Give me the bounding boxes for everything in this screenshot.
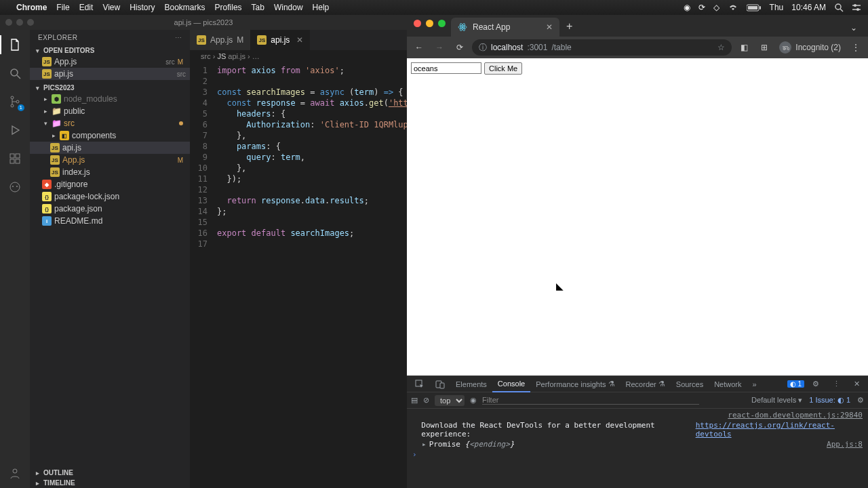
incognito-badge[interactable]: Incognito (2) <box>776 41 844 54</box>
menubar-day[interactable]: Thu <box>770 3 784 12</box>
battery-icon[interactable] <box>747 4 762 12</box>
vscode-titlebar[interactable]: api.js — pics2023 <box>0 15 407 30</box>
menu-help[interactable]: Help <box>313 3 330 12</box>
code-editor[interactable]: 1import axios from 'axios'; 2 3const sea… <box>190 62 407 488</box>
console-prompt-icon[interactable]: › <box>412 450 421 459</box>
beaker-icon: ⚗ <box>658 380 665 388</box>
console-output[interactable]: react-dom.development.js:29840 Download … <box>407 409 868 488</box>
tab-dropdown-icon[interactable]: ⌄ <box>844 19 864 37</box>
tab-app-js[interactable]: JSApp.jsM <box>190 30 250 50</box>
sync-icon[interactable]: ⟳ <box>698 3 705 12</box>
menu-file[interactable]: File <box>56 3 69 12</box>
control-center-icon[interactable] <box>852 3 861 12</box>
svg-point-11 <box>11 96 14 99</box>
log-levels-dropdown[interactable]: Default levels ▾ <box>751 396 802 405</box>
search-icon[interactable] <box>7 65 23 81</box>
screenrecord-icon[interactable]: ◉ <box>684 3 690 12</box>
tree-file-pkg-lock[interactable]: {}package-lock.json <box>30 190 190 203</box>
bluetooth-icon[interactable]: ◇ <box>713 3 719 12</box>
vscode-traffic-lights[interactable] <box>5 19 34 26</box>
spotlight-icon[interactable] <box>834 3 844 12</box>
tree-file-index[interactable]: JSindex.js <box>30 166 190 178</box>
explorer-icon[interactable] <box>7 37 23 53</box>
open-editor-item[interactable]: JS api.js src <box>30 68 190 80</box>
menu-view[interactable]: View <box>102 3 120 12</box>
chrome-traffic-lights[interactable] <box>411 20 451 33</box>
tree-file-gitignore[interactable]: ◆.gitignore <box>30 178 190 190</box>
menu-bookmarks[interactable]: Bookmarks <box>165 3 205 12</box>
address-bar[interactable]: ⓘ localhost:3001/table ☆ <box>472 39 732 56</box>
open-editors-header[interactable]: OPEN EDITORS <box>30 45 190 56</box>
source-control-icon[interactable]: 1 <box>7 94 23 110</box>
menu-window[interactable]: Window <box>274 3 303 12</box>
beaker-icon: ⚗ <box>608 380 615 388</box>
wifi-icon[interactable] <box>728 3 738 12</box>
extensions-icon[interactable] <box>7 150 23 167</box>
tree-folder-src[interactable]: src <box>30 117 190 129</box>
svg-rect-17 <box>16 159 20 163</box>
site-info-icon[interactable]: ⓘ <box>479 42 487 54</box>
close-tab-icon[interactable]: ✕ <box>546 22 553 32</box>
click-me-button[interactable]: Click Me <box>484 62 522 75</box>
tree-file-api[interactable]: JSapi.js <box>30 142 190 154</box>
search-input[interactable] <box>411 62 481 74</box>
copilot-icon[interactable] <box>7 179 23 195</box>
menu-edit[interactable]: Edit <box>79 3 94 12</box>
console-filter-input[interactable] <box>482 396 699 405</box>
menubar-app-name[interactable]: Chrome <box>16 3 47 12</box>
bookmark-star-icon[interactable]: ☆ <box>717 43 725 52</box>
devtools-menu-icon[interactable]: ⋮ <box>827 376 846 392</box>
devtools-tab-recorder[interactable]: Recorder ⚗ <box>620 376 671 392</box>
project-header[interactable]: PICS2023 <box>30 83 190 93</box>
open-editor-item[interactable]: JS App.js src M <box>30 56 190 68</box>
new-tab-button[interactable]: + <box>559 16 579 37</box>
console-settings-icon[interactable]: ⚙ <box>857 396 864 405</box>
tree-file-readme[interactable]: iREADME.md <box>30 215 190 227</box>
forward-button[interactable]: → <box>431 39 448 56</box>
chrome-menu-icon[interactable]: ⋮ <box>848 39 864 56</box>
menubar-time[interactable]: 10:46 AM <box>791 3 826 12</box>
tree-file-pkg[interactable]: {}package.json <box>30 203 190 215</box>
devtools-tab-perf[interactable]: Performance insights ⚗ <box>530 376 620 392</box>
inspect-element-icon[interactable] <box>410 376 430 392</box>
live-expression-icon[interactable]: ◉ <box>470 392 477 409</box>
devtools-tab-console[interactable]: Console <box>492 376 530 392</box>
vscode-window: api.js — pics2023 1 EXPLORER ⋯ OPEN ED <box>0 15 407 488</box>
devtools-tab-network[interactable]: Network <box>709 376 747 392</box>
browser-tab[interactable]: React App ✕ <box>451 18 559 37</box>
outline-header[interactable]: OUTLINE <box>30 468 190 478</box>
extensions-puzzle-icon[interactable]: ⊞ <box>756 39 772 56</box>
device-toggle-icon[interactable] <box>430 376 450 392</box>
devtools-settings-icon[interactable]: ⚙ <box>807 376 825 392</box>
devtools-tab-sources[interactable]: Sources <box>671 376 709 392</box>
side-panel-icon[interactable]: ◧ <box>736 39 752 56</box>
tree-folder-public[interactable]: public <box>30 105 190 117</box>
reload-button[interactable]: ⟳ <box>452 39 468 56</box>
devtools-close-icon[interactable]: ✕ <box>848 376 865 392</box>
tree-file-app[interactable]: JSApp.jsM <box>30 154 190 166</box>
tree-folder-node-modules[interactable]: ⬢node_modules <box>30 93 190 105</box>
accounts-icon[interactable] <box>7 465 23 481</box>
log-source-link[interactable]: App.js:8 <box>827 440 863 449</box>
timeline-header[interactable]: TIMELINE <box>30 478 190 488</box>
tab-api-js[interactable]: JSapi.js✕ <box>250 30 310 50</box>
close-tab-icon[interactable]: ✕ <box>294 35 303 45</box>
tree-folder-components[interactable]: ◧components <box>30 129 190 142</box>
devtools-more-tabs-icon[interactable]: » <box>747 376 762 392</box>
run-debug-icon[interactable] <box>7 122 23 138</box>
issues-link[interactable]: 1 Issue: ◐ 1 <box>809 396 850 405</box>
devtools-tab-elements[interactable]: Elements <box>450 376 492 392</box>
context-selector[interactable]: top <box>435 395 465 406</box>
error-count-badge[interactable]: ◐ 1 <box>787 380 804 388</box>
breadcrumbs[interactable]: src › JS api.js › … <box>190 50 407 62</box>
expand-object-icon[interactable]: ▸ <box>422 440 429 449</box>
devtools-link[interactable]: https://reactjs.org/link/react-devtools <box>696 421 863 439</box>
explorer-more-icon[interactable]: ⋯ <box>175 34 182 41</box>
log-source-link[interactable]: react-dom.development.js:29840 <box>728 411 863 420</box>
menu-history[interactable]: History <box>130 3 155 12</box>
clear-console-icon[interactable]: ⊘ <box>423 392 429 409</box>
menu-tab[interactable]: Tab <box>252 3 264 12</box>
console-sidebar-toggle-icon[interactable]: ▤ <box>411 392 418 409</box>
back-button[interactable]: ← <box>411 39 427 56</box>
menu-profiles[interactable]: Profiles <box>215 3 242 12</box>
